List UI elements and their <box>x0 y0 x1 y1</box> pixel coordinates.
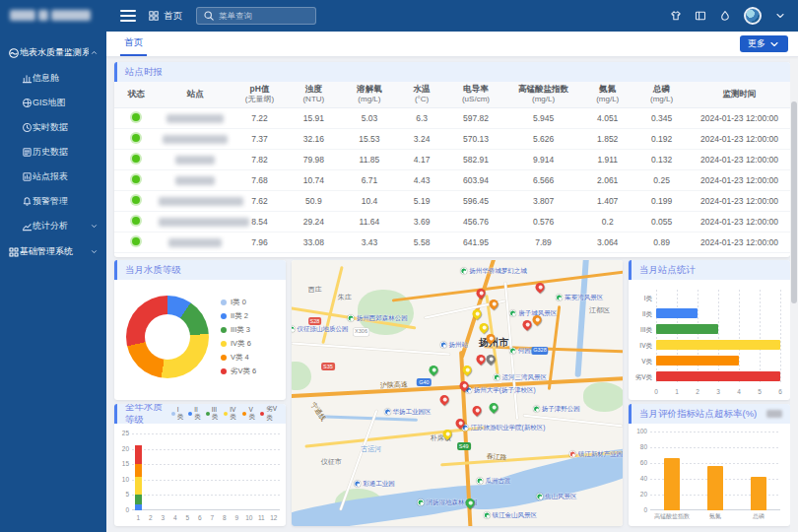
value-cell: 0.132 <box>634 149 689 169</box>
x-tick-label: 2 <box>149 514 153 521</box>
legend-item-IV类[interactable]: IV类 6 <box>221 337 256 351</box>
poi-text: 运河三湾风景区 <box>502 372 548 381</box>
map-pin[interactable] <box>428 364 440 376</box>
status-online-dot <box>132 196 140 204</box>
map[interactable]: 扬州市西庄朱庄江都区仪征市朴席镇沪陕高速春江路宁通线古运河S28X306S35G… <box>292 260 623 526</box>
water-grade-donut-panel: 当月水质等级 I类 0II类 2III类 3IV类 6V类 4劣V类 6 <box>114 260 286 400</box>
value-cell: 1.911 <box>580 149 634 169</box>
theme-shirt-icon[interactable] <box>670 10 682 22</box>
map-pin[interactable] <box>471 404 484 417</box>
status-cell <box>114 149 159 169</box>
station-name-redacted <box>163 135 228 144</box>
sidebar-item-信息舱[interactable]: 信息舱 <box>0 66 106 91</box>
map-pin[interactable] <box>437 393 450 406</box>
column-label: pH值 <box>250 84 270 94</box>
layout-icon[interactable] <box>695 10 706 22</box>
legend-label: V类 <box>248 406 255 422</box>
time-cell: 2024-01-23 12:00:00 <box>689 211 790 232</box>
poi-blue-icon <box>384 408 391 415</box>
sidebar-item-统计分析[interactable]: 统计分析 <box>0 214 106 238</box>
bar-总磷[interactable] <box>751 477 766 510</box>
value-cell: 3.24 <box>398 128 445 149</box>
y-tick-label: 25 <box>122 430 129 436</box>
bar-劣V类[interactable] <box>656 371 780 381</box>
legend-item-IV类[interactable]: IV类 <box>224 406 237 422</box>
station-cell <box>159 190 233 211</box>
bar-氨氮[interactable] <box>707 466 723 510</box>
stack-segment-II类[interactable] <box>135 504 142 510</box>
y-tick-label: 10 <box>122 476 129 483</box>
legend-label: III类 3 <box>231 325 250 335</box>
sidebar-item-站点报表[interactable]: 站点报表 <box>0 165 106 189</box>
stack-segment-劣V类[interactable] <box>135 445 142 464</box>
legend-dot <box>221 355 227 361</box>
legend-item-I类[interactable]: I类 0 <box>221 296 256 309</box>
table-row: 7.6810.746.714.43603.946.5662.0610.25202… <box>114 169 790 190</box>
legend-item-III类[interactable]: III类 3 <box>221 323 256 337</box>
bar-III类[interactable] <box>656 324 718 334</box>
legend-item-劣V类[interactable]: 劣V类 <box>260 405 278 423</box>
hamburger-menu-icon[interactable] <box>120 10 136 22</box>
dashboard-icon <box>22 73 33 84</box>
gridline <box>132 495 280 496</box>
sidebar-item-GIS地图[interactable]: GIS地图 <box>0 91 106 115</box>
donut-chart[interactable] <box>126 296 209 378</box>
legend-item-I类[interactable]: I类 <box>171 406 184 422</box>
flame-icon[interactable] <box>719 10 731 22</box>
value-cell: 5.626 <box>506 128 580 149</box>
y-category-label: II类 <box>629 310 652 319</box>
legend-item-III类[interactable]: III类 <box>206 406 220 422</box>
donut-legend: I类 0II类 2III类 3IV类 6V类 4劣V类 6 <box>221 296 256 378</box>
y-tick-label: 20 <box>640 491 647 498</box>
legend-dot <box>221 341 227 347</box>
sidebar-section-0[interactable]: 地表水质量监测系统 <box>0 39 106 66</box>
legend-item-V类[interactable]: V类 <box>242 406 255 422</box>
legend-dot <box>242 412 246 416</box>
map-pin[interactable] <box>474 353 487 366</box>
more-button[interactable]: 更多 <box>740 35 788 52</box>
avatar[interactable] <box>744 7 762 25</box>
bar-II类[interactable] <box>656 308 698 318</box>
page-scrollbar-thumb[interactable] <box>791 101 797 303</box>
chevron-down-icon[interactable] <box>774 10 786 22</box>
legend-label: IV类 6 <box>231 339 251 349</box>
menu-search-box[interactable] <box>196 7 316 25</box>
stack-segment-III类[interactable] <box>135 495 142 503</box>
legend-label: 劣V类 6 <box>231 366 256 376</box>
bar-IV类[interactable] <box>656 340 780 350</box>
map-pin[interactable] <box>488 401 500 414</box>
map-pin[interactable] <box>478 321 491 334</box>
value-cell: 0.25 <box>634 169 689 190</box>
poi-green-icon <box>533 406 540 413</box>
sidebar-section-1[interactable]: 基础管理系统 <box>0 238 106 265</box>
tab-home[interactable]: 首页 <box>120 32 147 56</box>
sidebar-item-实时数据[interactable]: 实时数据 <box>0 115 106 140</box>
legend-item-V类[interactable]: V类 4 <box>221 351 256 365</box>
time-cell: 2024-01-23 12:00:00 <box>689 232 790 252</box>
gridline <box>132 449 280 450</box>
column-header-高锰酸盐指数: 高锰酸盐指数(mg/L) <box>506 82 580 107</box>
legend-item-劣V类[interactable]: 劣V类 6 <box>221 365 256 378</box>
bar-高锰酸盐指数[interactable] <box>664 458 680 510</box>
value-cell: 7.89 <box>506 232 580 252</box>
poi-text: 镇江新材产业园 <box>578 450 623 459</box>
sidebar-item-预警管理[interactable]: 预警管理 <box>0 189 106 214</box>
menu-search-input[interactable] <box>219 11 307 21</box>
poi-blue-icon <box>439 342 446 349</box>
sidebar-item-历史数据[interactable]: 历史数据 <box>0 140 106 165</box>
bar-V类[interactable] <box>656 356 739 366</box>
column-unit: (无量纲) <box>233 95 287 104</box>
legend-item-II类[interactable]: II类 2 <box>221 309 256 323</box>
x-tick-label: 4 <box>173 514 177 521</box>
topbar-home-link[interactable]: 首页 <box>148 10 182 23</box>
poi-green-icon <box>494 373 500 380</box>
stack-segment-IV类[interactable] <box>135 477 142 496</box>
station-name-redacted <box>175 176 215 185</box>
map-road-label: 春江路 <box>486 451 507 462</box>
map-water-label: 古运河 <box>361 444 381 454</box>
x-tick-label: 5 <box>758 388 762 395</box>
alert-icon <box>22 196 33 207</box>
stack-segment-V类[interactable] <box>135 464 142 476</box>
legend-item-II类[interactable]: II类 <box>188 406 201 422</box>
map-pin[interactable] <box>520 318 533 331</box>
